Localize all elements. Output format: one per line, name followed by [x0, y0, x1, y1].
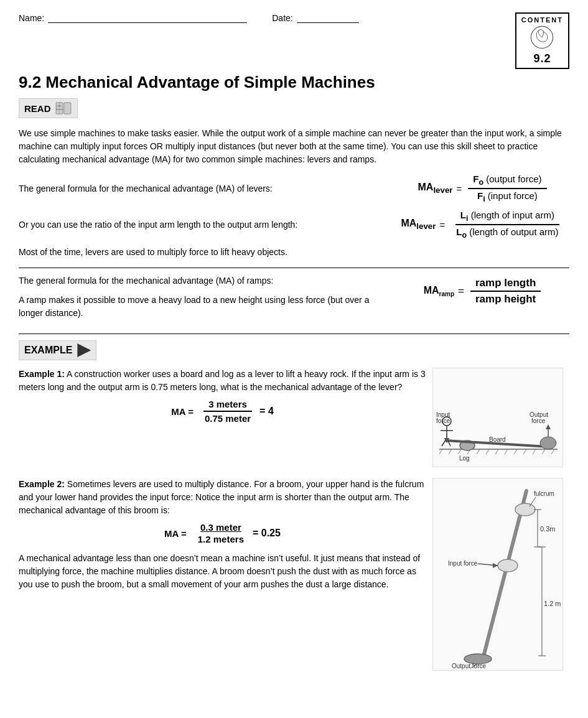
svg-rect-2 [63, 103, 70, 114]
svg-text:force: force [436, 417, 450, 424]
svg-text:Input force: Input force [448, 560, 478, 567]
lever-numerator-2: Li (length of input arm) [455, 210, 559, 225]
name-underline [48, 12, 247, 23]
svg-text:Output force: Output force [452, 663, 486, 669]
svg-line-7 [439, 449, 442, 454]
lever-usage-text: Most of the time, levers are used to mul… [19, 246, 569, 259]
lever-denominator-1: Fi (input force) [472, 189, 543, 203]
name-field: Name: [19, 12, 247, 23]
lever-ratio-text: Or you can use the ratio of the input ar… [19, 218, 395, 231]
date-label: Date: [272, 13, 292, 23]
example-1-title: Example 1: [19, 369, 65, 379]
lever-diagram-svg: Input force Output force Board Log [432, 368, 563, 467]
svg-text:Board: Board [489, 436, 506, 443]
date-underline [297, 12, 359, 23]
example-1-fraction: 3 meters 0.75 meter [200, 399, 256, 424]
example-2-diagram: fulcrum Input force 0.3m 1.2 m Output fo… [432, 478, 569, 673]
lever-sub-1: lever [433, 186, 452, 195]
name-label: Name: [19, 13, 44, 23]
badge-number: 9.2 [533, 52, 551, 65]
svg-line-16 [523, 449, 526, 454]
example-2-title: Example 2: [19, 479, 65, 489]
svg-line-12 [486, 449, 489, 454]
lever-ratio-section: Or you can use the ratio of the input ar… [19, 210, 569, 240]
svg-text:1.2 m: 1.2 m [544, 600, 561, 607]
svg-line-14 [505, 449, 508, 454]
content-badge: CONTENT 9.2 [515, 12, 569, 69]
closing-text: A mechanical advantage less than one doe… [19, 552, 426, 591]
ma-ramp-label: MAramp [424, 285, 454, 297]
svg-line-27 [447, 438, 450, 446]
example-bar: EXAMPLE [19, 340, 96, 360]
ramp-denominator: ramp height [470, 292, 541, 305]
example-2-ma-prefix: MA = [164, 528, 187, 539]
svg-text:force: force [531, 417, 546, 424]
svg-point-39 [515, 503, 535, 516]
example-1-diagram: Input force Output force Board Log [432, 368, 569, 469]
divider-2 [19, 333, 569, 334]
example-1-den: 0.75 meter [200, 412, 256, 424]
read-label: READ [24, 103, 51, 114]
page-title: 9.2 Mechanical Advantage of Simple Machi… [19, 73, 569, 92]
ramp-fraction: ramp length ramp height [470, 277, 541, 305]
book-icon: CPO Science [55, 101, 72, 115]
example-1-calc-inline: MA = 3 meters 0.75 meter = 4 [171, 399, 274, 424]
svg-line-26 [442, 438, 447, 446]
lo-sub: o [462, 231, 467, 240]
example-label: EXAMPLE [24, 345, 72, 356]
example-2-text-col: Example 2: Sometimes levers are used to … [19, 478, 426, 673]
lever-formula-box: MAlever = Fo (output force) Fi (input fo… [395, 174, 569, 203]
svg-marker-36 [546, 424, 551, 429]
example-2-den: 1.2 meters [193, 533, 249, 544]
lever-sub-2: lever [416, 222, 436, 231]
svg-text:Log: Log [459, 455, 470, 462]
example-2-section: Example 2: Sometimes levers are used to … [19, 478, 569, 673]
svg-point-22 [540, 437, 556, 449]
lever-numerator-1: Fo (output force) [468, 174, 546, 189]
example-2-paragraph: Example 2: Sometimes levers are used to … [19, 478, 426, 517]
example-1-body: A construction worker uses a board and l… [19, 369, 426, 392]
page-header: Name: Date: CONTENT 9.2 [19, 12, 569, 69]
svg-point-41 [498, 559, 518, 572]
lever-fraction-2: Li (length of input arm) Lo (length of o… [451, 210, 563, 240]
li-sub: i [466, 214, 468, 223]
equals-1: = [457, 184, 462, 194]
intro-text: We use simple machines to make tasks eas… [19, 127, 569, 166]
svg-marker-44 [493, 563, 498, 568]
example-1-result: = 4 [259, 406, 274, 417]
divider-1 [19, 268, 569, 268]
shell-icon [530, 25, 554, 50]
play-icon [77, 343, 91, 357]
svg-text:0.3m: 0.3m [540, 525, 555, 533]
svg-line-8 [449, 449, 452, 454]
lever-fraction-1: Fo (output force) Fi (input force) [468, 174, 546, 203]
svg-line-13 [495, 449, 498, 454]
ramp-numerator: ramp length [470, 277, 541, 292]
ramp-formula-display: MAramp = ramp length ramp height [395, 277, 569, 305]
example-1-section: Example 1: A construction worker uses a … [19, 368, 569, 469]
broom-diagram-svg: fulcrum Input force 0.3m 1.2 m Output fo… [432, 478, 563, 671]
svg-text:Science: Science [56, 108, 63, 111]
ma-label-1: MAlever [418, 182, 453, 195]
lever-denominator-2: Lo (length of output arm) [451, 225, 563, 240]
example-1-calc: MA = 3 meters 0.75 meter = 4 [19, 399, 426, 424]
example-1-text-col: Example 1: A construction worker uses a … [19, 368, 426, 469]
ramp-description-text: A ramp makes it possible to move a heavy… [19, 294, 383, 320]
lever-formula-intro-text: The general formula for the mechanical a… [19, 182, 395, 195]
ramp-formula-intro-text: The general formula for the mechanical a… [19, 274, 383, 287]
ma-label-2: MAlever [401, 218, 436, 231]
name-date-fields: Name: Date: [19, 12, 359, 23]
example-2-num: 0.3 meter [195, 522, 246, 533]
svg-line-18 [542, 449, 545, 454]
ramp-text-col: The general formula for the mechanical a… [19, 274, 395, 327]
example-2-calc-inline: MA = 0.3 meter 1.2 meters = 0.25 [164, 522, 281, 544]
fulcrum-label-txt: fulcrum [534, 490, 554, 497]
example-2-calc: MA = 0.3 meter 1.2 meters = 0.25 [19, 522, 426, 544]
example-1-paragraph: Example 1: A construction worker uses a … [19, 368, 426, 394]
example-2-body: Sometimes levers are used to multiply di… [19, 479, 424, 515]
content-label: CONTENT [521, 16, 563, 24]
lever-formula-display: MAlever = Fo (output force) Fi (input fo… [395, 174, 569, 203]
svg-line-37 [483, 491, 526, 659]
lever-ratio-formula-box: MAlever = Li (length of input arm) Lo (l… [395, 210, 569, 240]
read-bar: READ CPO Science [19, 98, 78, 118]
